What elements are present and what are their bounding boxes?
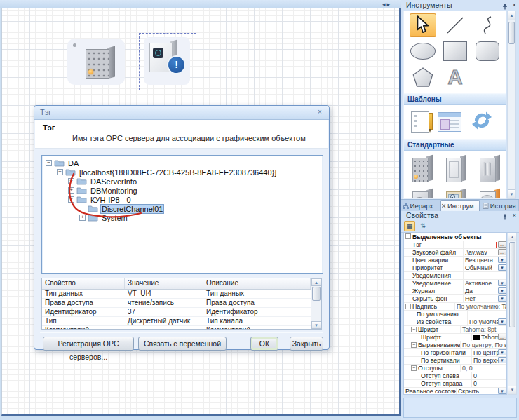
- dialog-titlebar[interactable]: Тэг: [34, 106, 329, 120]
- text-tool-button[interactable]: A: [442, 65, 469, 89]
- property-row-vertical-align[interactable]: По вертикали По верхнему кра ▼: [404, 357, 506, 365]
- tab-tools[interactable]: Инструм...: [440, 200, 480, 211]
- close-icon[interactable]: ×: [513, 210, 516, 220]
- standard-object-door-button[interactable]: [445, 155, 469, 183]
- property-row-tag[interactable]: Тэг ...: [404, 241, 506, 249]
- scroll-up-icon[interactable]: ▲: [311, 278, 321, 286]
- property-row-font[interactable]: Шрифт Tahoma; 8pt ...: [404, 334, 506, 341]
- standard-object-key-picture-button[interactable]: [445, 189, 469, 199]
- table-header-description[interactable]: Описание: [203, 278, 311, 289]
- table-header-property[interactable]: Свойство: [42, 278, 125, 289]
- line-tool-button[interactable]: [442, 13, 469, 37]
- curve-tool-button[interactable]: [474, 13, 501, 37]
- tree-item-localhost[interactable]: − [localhost{188D08EC-72CB-425B-8EA8-EE2…: [42, 168, 323, 177]
- ellipsis-button[interactable]: ...: [498, 241, 506, 248]
- standard-section-header[interactable]: Стандартные: [404, 139, 506, 151]
- standard-object-cabinet-button[interactable]: [478, 155, 502, 183]
- pointer-tool-button[interactable]: [410, 13, 436, 37]
- dropdown-button[interactable]: ▼: [498, 318, 506, 325]
- tree-expander-icon[interactable]: −: [46, 160, 52, 166]
- property-row-journal[interactable]: Журнал Да ▼: [404, 287, 506, 295]
- ellipse-tool-button[interactable]: [410, 39, 436, 63]
- dropdown-button[interactable]: ▼: [498, 280, 506, 286]
- tree-item-kun-ip8[interactable]: − КУН-IP8 - 0: [42, 195, 323, 204]
- expander-icon[interactable]: −: [411, 342, 417, 348]
- ellipsis-button[interactable]: ...: [498, 249, 506, 255]
- property-row-margin-right[interactable]: Отступ справа 0: [404, 380, 506, 388]
- standard-object-panel-button[interactable]: [411, 155, 435, 183]
- bind-variable-button[interactable]: Связать с переменной: [138, 337, 227, 351]
- tree-item-daserverinfo[interactable]: + DAServerInfo: [42, 177, 323, 186]
- dropdown-button[interactable]: ▼: [498, 287, 506, 294]
- property-row-notification[interactable]: Уведомление Активное ▼: [404, 280, 506, 287]
- tab-hierarchy[interactable]: Иерарх...: [401, 200, 440, 211]
- tree-item-discretchannel[interactable]: DiscretChannel01: [42, 204, 323, 213]
- property-row-margin-left[interactable]: Отступ слева 0: [404, 372, 506, 380]
- property-row-hide-background[interactable]: Скрыть фон Нет ▼: [404, 295, 506, 303]
- rounded-rectangle-tool-button[interactable]: [474, 39, 501, 63]
- scroll-down-icon[interactable]: ▼: [508, 386, 516, 394]
- tree-item-system[interactable]: + System: [42, 213, 323, 222]
- property-row-default[interactable]: По умолчанию: [404, 311, 506, 318]
- templates-section-header[interactable]: Шаблоны: [404, 93, 506, 105]
- ellipsis-button[interactable]: ...: [498, 334, 506, 340]
- scrollbar-thumb[interactable]: [312, 287, 321, 301]
- standard-object-gauge-button[interactable]: [478, 189, 502, 199]
- property-row-real-state[interactable]: Реальное состояние Скрыть ▼: [404, 388, 506, 395]
- dropdown-button[interactable]: ▼: [498, 349, 506, 355]
- close-icon[interactable]: ×: [513, 0, 516, 10]
- property-category-row[interactable]: − Выделенные объекты: [404, 233, 506, 241]
- alphabetical-sort-button[interactable]: ⇅: [417, 221, 429, 231]
- dialog-close-icon[interactable]: ×: [314, 107, 325, 117]
- category-expander-icon[interactable]: −: [405, 233, 411, 239]
- table-scrollbar[interactable]: ▲ ▼: [311, 278, 321, 329]
- tree-expander-icon[interactable]: +: [68, 187, 74, 194]
- tag-properties-table[interactable]: Свойство Значение Описание Тип данных VT…: [41, 278, 322, 330]
- expander-icon[interactable]: −: [405, 304, 411, 309]
- scroll-up-icon[interactable]: ▲: [508, 233, 516, 241]
- property-row-sound-file[interactable]: Звуковой файл .\av.wav ...: [404, 249, 506, 257]
- tab-scroll-arrows[interactable]: ◂▸: [382, 0, 391, 8]
- register-opc-servers-button[interactable]: Регистрация OPC серверов...: [43, 337, 134, 351]
- categorized-view-button[interactable]: ▦: [404, 221, 415, 231]
- polygon-tool-button[interactable]: [410, 65, 436, 89]
- tree-item-dbmonitoring[interactable]: + DBMonitoring: [42, 186, 323, 195]
- property-row-label-group[interactable]: −Надпись По умолчанию; Taho: [404, 303, 506, 311]
- tools-scrollbar[interactable]: ▲ ▼: [507, 11, 516, 199]
- close-button[interactable]: Закрыть: [290, 337, 323, 351]
- canvas-object-selected-device[interactable]: !: [139, 33, 196, 90]
- opc-tree[interactable]: − DA − [localhost{188D08EC-72CB-425B-8EA…: [41, 155, 323, 274]
- expander-icon[interactable]: −: [411, 365, 417, 371]
- table-header-row[interactable]: Свойство Значение Описание: [42, 278, 311, 290]
- table-row[interactable]: Комментарий Комментарий: [42, 326, 311, 329]
- property-row-font-group[interactable]: −Шрифт Tahoma; 8pt: [404, 326, 506, 334]
- tree-expander-icon[interactable]: +: [68, 178, 74, 184]
- property-row-alignment-group[interactable]: −Выравнивание По центру; По верх: [404, 341, 506, 349]
- tree-expander-icon[interactable]: +: [79, 215, 86, 221]
- tab-history[interactable]: История: [480, 200, 519, 211]
- property-row-margins-group[interactable]: −Отступы 0; 0: [404, 365, 506, 372]
- table-row[interactable]: Идентификатор 37 Идентификатор: [42, 308, 311, 317]
- dropdown-button[interactable]: ▼: [498, 357, 506, 363]
- drawing-canvas[interactable]: ! Тэг × Тэг Имя тэга OPC сервера для асс…: [1, 8, 401, 416]
- ok-button[interactable]: ОК: [250, 337, 278, 351]
- table-row[interactable]: Права доступа чтение/запись Права доступ…: [42, 299, 311, 308]
- dropdown-button[interactable]: ▼: [498, 264, 506, 271]
- table-header-value[interactable]: Значение: [125, 278, 203, 289]
- rectangle-tool-button[interactable]: [442, 39, 469, 63]
- properties-scrollbar[interactable]: ▲ ▼: [508, 233, 517, 395]
- property-row-from-property[interactable]: Из свойства По умолчанию ▼: [404, 318, 506, 326]
- property-row-notifications[interactable]: Уведомления: [404, 272, 506, 280]
- template-report-button[interactable]: [411, 111, 429, 133]
- dropdown-button[interactable]: ▼: [498, 257, 506, 263]
- table-row[interactable]: Тип Дискретный датчик Тип канала: [42, 317, 311, 326]
- property-row-alarm-color[interactable]: Цвет аварии Без цвета ▼: [404, 257, 506, 264]
- standard-object-cabinet-handle-button[interactable]: [411, 189, 435, 199]
- tab-scroll-right-icon[interactable]: ▸: [387, 1, 392, 8]
- dropdown-button[interactable]: ▼: [498, 388, 506, 394]
- tree-item-da[interactable]: − DA: [42, 158, 323, 168]
- canvas-object-panel-device[interactable]: [67, 39, 125, 85]
- scrollbar-thumb[interactable]: [508, 22, 515, 44]
- dropdown-button[interactable]: ▼: [498, 295, 506, 302]
- scroll-up-icon[interactable]: ▲: [508, 11, 515, 20]
